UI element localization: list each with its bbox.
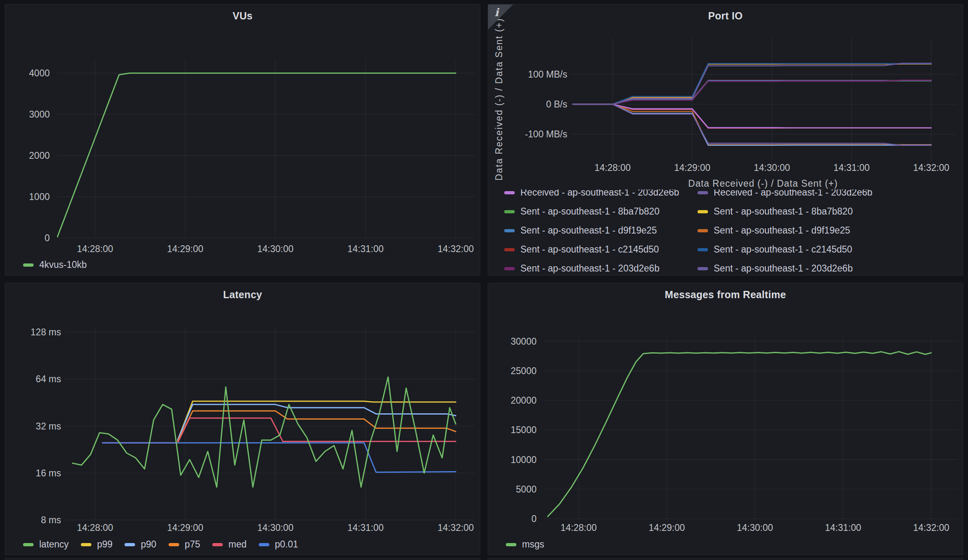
x-tick-label: 14:32:00 [913,162,949,173]
x-tick-label: 14:32:00 [913,522,949,533]
x-tick-label: 14:28:00 [77,522,113,533]
x-tick-label: 14:28:00 [560,522,597,533]
legend-swatch [697,248,708,251]
series-line-Received - ap-southeast-1 - 203d2e6b [573,104,932,128]
legend-item[interactable]: Sent - ap-southeast-1 - c2145d50 [504,240,697,259]
x-tick-label: 14:31:00 [833,162,870,173]
legend-label: Sent - ap-southeast-1 - d9f19e25 [714,225,850,236]
legend-item[interactable]: p75 [169,539,200,550]
legend-swatch [697,267,708,270]
panel-title-msgs[interactable]: Messages from Realtime [488,289,963,301]
legend-swatch [697,191,708,194]
x-tick-label: 14:32:00 [438,522,474,533]
panel-msgs: Messages from Realtime 05000100001500020… [488,283,963,555]
legend-label: Sent - ap-southeast-1 - 203d2e6b [520,263,659,274]
y-tick-label: 5000 [516,484,537,495]
panel-latency: Latency 8 ms16 ms32 ms64 ms128 ms14:28:0… [5,283,480,555]
legend-swatch [506,543,516,546]
latency-legend: latencyp99p90p75medp0.01 [23,539,298,550]
legend-item[interactable]: 4kvus-10kb [23,259,87,270]
x-tick-label: 14:29:00 [674,162,710,173]
legend-label: latency [39,539,69,550]
legend-swatch [81,543,91,546]
x-tick-label: 14:29:00 [649,522,685,533]
y-tick-label: 2000 [29,150,50,161]
legend-swatch [504,191,515,194]
legend-item[interactable]: Sent - ap-southeast-1 - 203d2e6b [504,259,697,274]
y-tick-label: 3000 [29,109,50,120]
series-lines [72,377,456,487]
series-line-unlabeled [573,104,932,145]
panel-title-portio[interactable]: Port IO [488,10,963,22]
legend-label: Received - ap-southeast-1 - 203d2e6b [520,189,679,198]
vus-legend: 4kvus-10kb [23,259,87,270]
y-tick-label: 100 MB/s [528,69,567,80]
legend-item[interactable]: latency [23,539,69,550]
portio-legend: Received - ap-southeast-1 - 203d2e6bRece… [504,189,957,274]
series-line-Sent - ap-southeast-1 - 203d2e6b [573,63,932,104]
x-tick-label: 14:30:00 [257,522,294,533]
x-tick-label: 14:29:00 [167,522,203,533]
msgs-legend: msgs [506,539,544,550]
next-row-panel-top [488,558,963,560]
legend-label: p99 [97,539,112,550]
legend-swatch [504,229,515,232]
legend-swatch [504,248,515,251]
y-tick-label: 4000 [29,68,50,78]
portio-legend-scroll-area[interactable]: Received - ap-southeast-1 - 203d2e6bRece… [504,189,957,274]
legend-item[interactable]: Sent - ap-southeast-1 - d9f19e25 [697,221,957,240]
msgs-chart: 05000100001500020000250003000014:28:0014… [488,283,963,555]
legend-label: Received - ap-southeast-1 - 203d2e6b [714,189,873,198]
info-icon[interactable]: i [495,6,499,19]
next-row-panel-top [5,558,480,560]
legend-item[interactable]: Sent - ap-southeast-1 - 203d2e6b [697,259,957,274]
axis-tick-labels: 100 MB/s0 B/s-100 MB/s14:28:0014:29:0014… [525,69,949,173]
vus-chart: 0100020003000400014:28:0014:29:0014:30:0… [5,4,480,276]
portio-x-axis-label: Data Received (-) / Data Sent (+) [571,178,955,189]
legend-item[interactable]: Sent - ap-southeast-1 - 8ba7b820 [504,202,697,221]
series-line-p0.01 [103,443,456,472]
x-tick-label: 14:30:00 [257,244,294,254]
y-tick-label: 128 ms [31,327,61,337]
y-tick-label: 15000 [511,425,537,435]
legend-item[interactable]: Sent - ap-southeast-1 - d9f19e25 [504,221,697,240]
legend-item[interactable]: p99 [81,539,112,550]
panel-vus: VUs 0100020003000400014:28:0014:29:0014:… [5,4,480,276]
legend-item[interactable]: Received - ap-southeast-1 - 203d2e6b [697,189,957,202]
legend-label: Sent - ap-southeast-1 - 203d2e6b [714,263,853,274]
y-tick-label: 32 ms [36,421,61,432]
x-tick-label: 14:28:00 [77,244,113,254]
legend-item[interactable]: p0.01 [259,539,298,550]
legend-item[interactable]: msgs [506,539,544,550]
legend-swatch [23,263,34,267]
legend-swatch [23,543,34,546]
legend-item[interactable]: p90 [125,539,156,550]
legend-label: Sent - ap-southeast-1 - 8ba7b820 [714,206,853,217]
legend-swatch [504,210,515,213]
x-tick-label: 14:31:00 [347,522,384,533]
legend-swatch [169,543,179,546]
legend-swatch [259,543,269,546]
x-tick-label: 14:31:00 [347,244,384,254]
legend-swatch [697,210,708,213]
x-tick-label: 14:30:00 [754,162,790,173]
legend-item[interactable]: Sent - ap-southeast-1 - 8ba7b820 [697,202,957,221]
axis-tick-labels: 8 ms16 ms32 ms64 ms128 ms14:28:0014:29:0… [31,327,474,533]
x-tick-label: 14:30:00 [737,522,773,533]
series-line-msgs [548,352,931,516]
panel-title-latency[interactable]: Latency [5,289,480,301]
legend-item[interactable]: Sent - ap-southeast-1 - c2145d50 [697,240,957,259]
y-tick-label: 16 ms [36,468,61,478]
x-tick-label: 14:31:00 [825,522,861,533]
series-line-Sent - ap-southeast-1 - c2145d50 [573,63,932,104]
legend-label: 4kvus-10kb [39,259,87,270]
legend-item[interactable]: med [212,539,247,550]
legend-label: Sent - ap-southeast-1 - c2145d50 [520,244,659,255]
legend-label: p0.01 [275,539,298,550]
panel-title-vus[interactable]: VUs [5,10,480,22]
series-lines [57,73,456,237]
series-line-Sent - ap-southeast-1 - 8ba7b820 [573,64,932,105]
x-tick-label: 14:32:00 [438,244,474,254]
legend-item[interactable]: Received - ap-southeast-1 - 203d2e6b [504,189,697,202]
y-tick-label: 20000 [511,395,537,406]
